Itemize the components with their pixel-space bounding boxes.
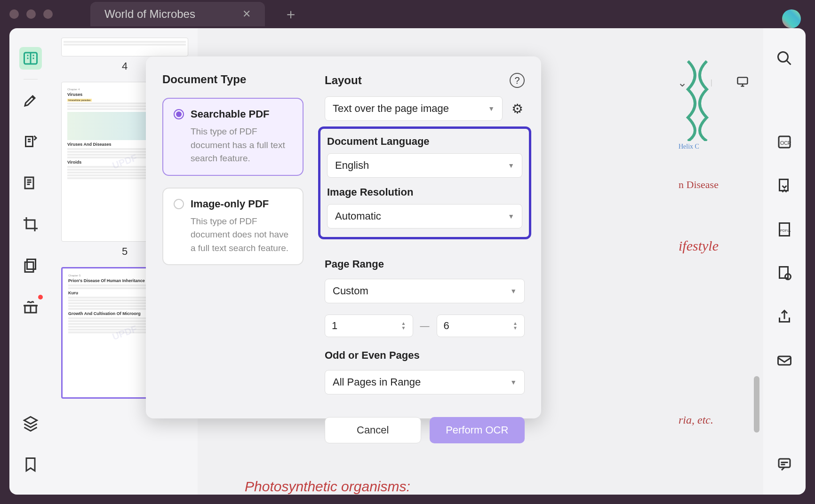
app-logo: [782, 9, 801, 28]
odd-even-select[interactable]: All Pages in Range ▼: [325, 370, 525, 394]
highlighted-settings-box: Document Language English ▼ Image Resolu…: [318, 126, 531, 239]
titlebar: World of Microbes ✕ ＋: [0, 0, 815, 28]
layers-icon[interactable]: [19, 412, 42, 434]
page-to-input[interactable]: 6 ▲▼: [437, 315, 525, 337]
add-tab-button[interactable]: ＋: [284, 5, 298, 24]
document-tab[interactable]: World of Microbes ✕: [90, 2, 265, 26]
divider: [24, 79, 38, 79]
document-scrollbar[interactable]: [754, 376, 759, 433]
doc-text-photosynthetic: Photosynthetic organisms:: [245, 479, 410, 495]
bookmark-icon[interactable]: [19, 453, 42, 476]
close-tab-icon[interactable]: ✕: [242, 8, 251, 20]
convert-icon[interactable]: [773, 174, 796, 197]
image-only-pdf-description: This type of PDF document does not have …: [191, 215, 292, 255]
svg-rect-14: [778, 356, 791, 365]
layout-heading: Layout: [325, 74, 362, 87]
searchable-pdf-title: Searchable PDF: [191, 108, 270, 120]
doc-text-disease: n Disease: [679, 179, 726, 191]
ocr-icon[interactable]: OCR: [773, 131, 796, 153]
main-window: 4 Chapter 4 Viruses Intracellular parasi…: [9, 28, 806, 495]
document-language-heading: Document Language: [327, 135, 522, 148]
document-content: Helix C n Disease ifestyle ria, etc.: [679, 56, 726, 426]
page-from-input[interactable]: 1 ▲▼: [325, 315, 413, 337]
resolution-select[interactable]: Automatic ▼: [327, 204, 522, 228]
right-toolbar: OCR PDF/A: [763, 28, 806, 495]
present-icon[interactable]: [736, 75, 749, 90]
chevron-down-icon: ▼: [508, 213, 514, 220]
odd-even-heading: Odd or Even Pages: [325, 349, 525, 362]
doc-text-lifestyle: ifestyle: [679, 238, 726, 254]
crop-icon[interactable]: [19, 213, 42, 236]
text-edit-icon[interactable]: [19, 172, 42, 194]
gift-icon[interactable]: [19, 296, 42, 318]
svg-rect-2: [27, 260, 36, 269]
tab-title: World of Microbes: [104, 8, 195, 21]
page-from-value: 1: [332, 320, 337, 332]
maximize-window-button[interactable]: [43, 9, 53, 19]
perform-ocr-button[interactable]: Perform OCR: [430, 417, 525, 443]
pages-icon[interactable]: [19, 254, 42, 277]
svg-rect-9: [780, 180, 788, 191]
chevron-down-icon: ▼: [508, 162, 514, 169]
svg-text:PDF/A: PDF/A: [780, 228, 791, 233]
stepper-icon[interactable]: ▲▼: [401, 321, 406, 331]
svg-point-6: [778, 52, 788, 62]
language-value: English: [335, 159, 369, 172]
document-type-heading: Document Type: [162, 73, 304, 86]
dialog-right-panel: Layout ? Text over the page image ▼ ⚙ Do…: [320, 56, 541, 418]
reader-mode-icon[interactable]: [19, 47, 42, 70]
annotate-icon[interactable]: [19, 130, 42, 153]
search-icon[interactable]: [773, 47, 796, 70]
top-right-tools: ⌄ |: [678, 75, 749, 90]
stepper-icon[interactable]: ▲▼: [513, 321, 518, 331]
doc-helix-label: Helix C: [679, 143, 726, 150]
close-window-button[interactable]: [9, 9, 19, 19]
dialog-left-panel: Document Type Searchable PDF This type o…: [146, 56, 320, 418]
layout-value: Text over the page image: [333, 102, 449, 115]
gear-icon[interactable]: ⚙: [510, 101, 525, 116]
odd-even-value: All Pages in Range: [333, 376, 421, 388]
pdfa-icon[interactable]: PDF/A: [773, 218, 796, 241]
page-to-value: 6: [444, 320, 449, 332]
window-controls: [9, 9, 53, 19]
thumbnail-page-3-partial[interactable]: [61, 38, 188, 56]
page-range-heading: Page Range: [325, 258, 525, 270]
image-only-pdf-radio[interactable]: [174, 199, 184, 209]
notification-dot: [38, 295, 43, 299]
doc-text-etc: ria, etc.: [679, 414, 726, 426]
range-separator: —: [420, 321, 430, 331]
svg-rect-12: [780, 267, 788, 278]
resolution-value: Automatic: [335, 210, 381, 222]
cancel-button[interactable]: Cancel: [325, 417, 421, 443]
highlighter-icon[interactable]: [19, 89, 42, 111]
image-resolution-heading: Image Resolution: [327, 186, 522, 198]
mail-icon[interactable]: [773, 349, 796, 372]
ocr-dialog: Document Type Searchable PDF This type o…: [146, 56, 541, 418]
svg-text:OCR: OCR: [780, 140, 791, 146]
share-icon[interactable]: [773, 306, 796, 328]
page-range-select[interactable]: Custom ▼: [325, 279, 525, 303]
image-only-pdf-title: Image-only PDF: [191, 198, 269, 210]
help-icon[interactable]: ?: [510, 73, 525, 88]
left-toolbar: [9, 28, 52, 495]
minimize-window-button[interactable]: [26, 9, 36, 19]
image-only-pdf-option[interactable]: Image-only PDF This type of PDF document…: [162, 188, 304, 266]
lock-file-icon[interactable]: [773, 262, 796, 284]
chevron-down-icon: ▼: [510, 378, 517, 386]
searchable-pdf-radio[interactable]: [174, 109, 184, 119]
helix-illustration: [679, 56, 726, 141]
svg-rect-5: [738, 78, 748, 84]
searchable-pdf-option[interactable]: Searchable PDF This type of PDF document…: [162, 98, 304, 176]
chevron-down-icon: ▼: [510, 287, 517, 295]
layout-select[interactable]: Text over the page image ▼: [325, 96, 503, 121]
dropdown-icon[interactable]: ⌄: [678, 76, 687, 89]
language-select[interactable]: English ▼: [327, 153, 522, 178]
chevron-down-icon: ▼: [488, 105, 495, 112]
searchable-pdf-description: This type of PDF document has a full tex…: [191, 125, 292, 165]
page-range-value: Custom: [333, 285, 368, 297]
comment-icon[interactable]: [773, 453, 796, 476]
svg-rect-3: [25, 262, 33, 272]
